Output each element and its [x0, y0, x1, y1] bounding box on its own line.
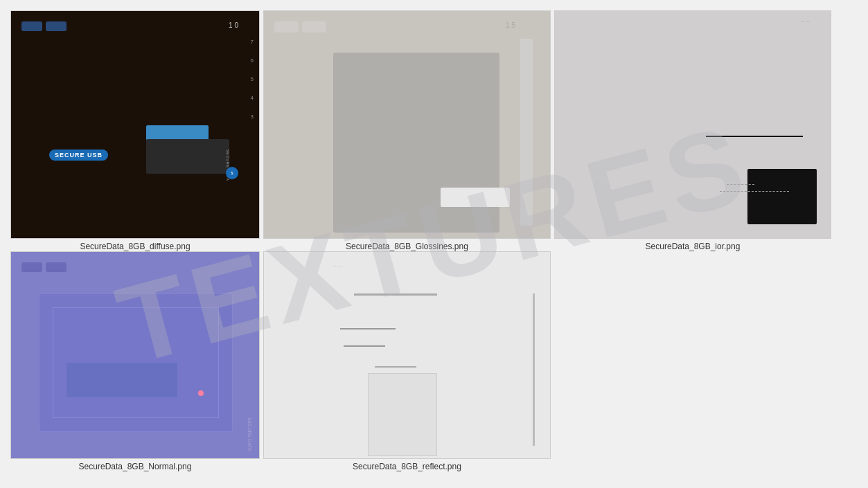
- reflect-image[interactable]: -- --: [263, 251, 551, 459]
- reflect-label: SecureData_8GB_reflect.png: [353, 462, 461, 471]
- normal-top-buttons: [21, 262, 67, 272]
- row1: 1 0 7 6 5 4 3 SECURE DATA: [0, 0, 868, 251]
- ior-dashed-line2: [727, 184, 754, 185]
- ior-top-label: -- --: [801, 18, 810, 24]
- normal-btn1: [21, 262, 42, 272]
- usb-circle-logo: S: [226, 167, 238, 179]
- normal-image[interactable]: SECURE DATA: [10, 251, 260, 459]
- ior-image[interactable]: -- --: [554, 10, 831, 239]
- texture-item-reflect: -- -- SecureData_8GB_reflect.png: [263, 251, 551, 471]
- texture-item-glossiness: 1.5 SecureData_8GB_Glossines.png: [263, 10, 551, 251]
- glossiness-image[interactable]: 1.5: [263, 10, 551, 239]
- gloss-counter: 1.5: [506, 21, 515, 29]
- glossiness-label: SecureData_8GB_Glossines.png: [346, 242, 468, 251]
- reflect-line1: [375, 366, 416, 368]
- normal-label-text: SECURE DATA: [247, 417, 252, 451]
- diffuse-counter: 1 0: [229, 21, 238, 29]
- reflect-shape4: [368, 373, 437, 456]
- reflect-top-label1: -- --: [333, 262, 342, 269]
- usb-body: [146, 139, 229, 174]
- normal-btn2: [46, 262, 67, 272]
- scale-mark-4: 4: [251, 95, 254, 101]
- texture-item-diffuse: 1 0 7 6 5 4 3 SECURE DATA: [10, 10, 260, 251]
- gloss-top-buttons: [274, 21, 326, 33]
- scale-mark-6: 6: [251, 57, 254, 64]
- normal-pink-dot: [198, 390, 204, 396]
- ior-line: [706, 136, 803, 137]
- diffuse-btn2[interactable]: [46, 21, 67, 31]
- normal-connector-shape: [67, 363, 177, 397]
- gloss-connector: [441, 188, 510, 207]
- ior-dashed-line: [720, 191, 789, 192]
- diffuse-image[interactable]: 1 0 7 6 5 4 3 SECURE DATA: [10, 10, 260, 239]
- row2: SECURE DATA SecureData_8GB_Normal.png --…: [0, 251, 868, 475]
- texture-item-ior: -- -- SecureData_8GB_ior.png: [554, 10, 831, 251]
- secure-usb-badge: SECURE USB: [49, 150, 108, 161]
- diffuse-label: SecureData_8GB_diffuse.png: [80, 242, 190, 251]
- gloss-scrollbar: [520, 39, 533, 226]
- gloss-btn2: [302, 21, 326, 33]
- reflect-vert-bar: [533, 293, 535, 446]
- scale-mark-3: 3: [251, 114, 254, 120]
- main-container: TEXTURES 1 0 7 6 5 4 3: [0, 0, 868, 488]
- reflect-shape2: [340, 328, 396, 329]
- ior-dark-shape: [747, 169, 817, 224]
- scale-markers: 7 6 5 4 3: [251, 39, 254, 120]
- diffuse-btn1[interactable]: [21, 21, 42, 31]
- reflect-shape1: [354, 293, 437, 296]
- scale-mark-5: 5: [251, 76, 254, 82]
- normal-label: SecureData_8GB_Normal.png: [79, 462, 192, 471]
- texture-item-normal: SECURE DATA SecureData_8GB_Normal.png: [10, 251, 260, 471]
- gloss-btn1: [274, 21, 299, 33]
- diffuse-top-buttons: [21, 21, 67, 31]
- scale-mark-7: 7: [251, 39, 254, 45]
- ior-label: SecureData_8GB_ior.png: [646, 242, 741, 251]
- gloss-usb-body: [333, 53, 499, 233]
- usb-connector: [146, 125, 209, 141]
- reflect-shape3: [344, 345, 385, 347]
